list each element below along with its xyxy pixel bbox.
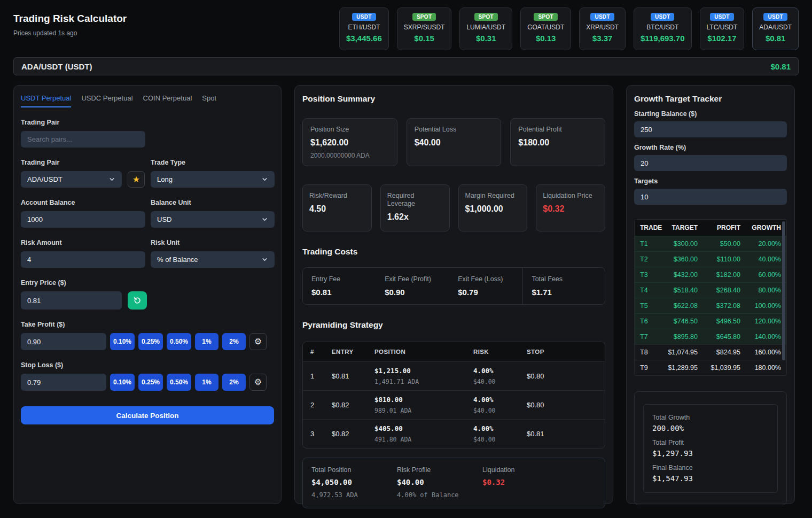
table-scrollbar-thumb[interactable] xyxy=(782,221,785,360)
trading-pair-select[interactable]: ADA/USDT xyxy=(21,171,122,188)
page-title: Trading Risk Calculator xyxy=(13,13,127,25)
chevron-down-icon xyxy=(108,176,115,183)
tab-coin-perpetual[interactable]: COIN Perpetual xyxy=(143,94,192,107)
trading-pair-label: Trading Pair xyxy=(21,159,145,167)
active-symbol-label: ADA/USDT (USDT) xyxy=(21,62,92,71)
exit-fee-loss: Exit Fee (Loss) $0.79 xyxy=(449,268,522,304)
sl-pct-025-button[interactable]: 0.25% xyxy=(138,374,163,391)
starting-balance-input[interactable] xyxy=(634,121,787,137)
final-balance-value: $1,547.93 xyxy=(652,474,769,483)
targets-label: Targets xyxy=(634,177,787,185)
take-profit-row: 0.10% 0.25% 0.50% 1% 2% ⚙ xyxy=(21,333,274,350)
ticker-card-btc[interactable]: USDT BTC/USDT $119,693.70 xyxy=(634,7,692,50)
prices-updated-status: Prices updated 1s ago xyxy=(13,29,127,37)
total-profit-value: $1,297.93 xyxy=(652,449,769,458)
ticker-card-goat[interactable]: SPOT GOAT/USDT $0.13 xyxy=(520,7,571,50)
required-leverage-card: Required Leverage 1.62x xyxy=(380,184,450,231)
market-badge: USDT xyxy=(710,13,733,21)
growth-summary-card: Total Growth 200.00% Total Profit $1,297… xyxy=(634,391,787,505)
tab-spot[interactable]: Spot xyxy=(202,94,216,107)
refresh-icon xyxy=(133,296,142,305)
ticker-price: $102.17 xyxy=(707,34,736,43)
sl-pct-1-button[interactable]: 1% xyxy=(195,374,218,391)
refresh-price-button[interactable] xyxy=(128,291,147,310)
sl-pct-2-button[interactable]: 2% xyxy=(222,374,246,391)
tp-pct-050-button[interactable]: 0.50% xyxy=(167,333,191,350)
tp-pct-010-button[interactable]: 0.10% xyxy=(110,333,135,350)
table-row: T7$895.80$645.80140.00% xyxy=(635,329,786,344)
balance-unit-select[interactable]: USD xyxy=(151,211,275,228)
risk-unit-label: Risk Unit xyxy=(151,239,275,247)
market-badge: USDT xyxy=(763,13,787,21)
top-bar: Trading Risk Calculator Prices updated 1… xyxy=(13,7,799,50)
table-row: T2$360.00$110.0040.00% xyxy=(635,251,786,267)
ticker-pair: XRP/USDT xyxy=(586,24,619,31)
chevron-down-icon xyxy=(261,256,268,263)
tp-pct-025-button[interactable]: 0.25% xyxy=(138,333,163,350)
risk-unit-select[interactable]: % of Balance xyxy=(151,251,275,268)
search-pairs-input[interactable] xyxy=(21,131,145,148)
total-position: Total Position $4,050.00 4,972.53 ADA xyxy=(311,466,397,499)
ticker-price: $0.81 xyxy=(766,34,786,43)
ticker-card-ada[interactable]: USDT ADA/USDT $0.81 xyxy=(752,7,799,50)
pyramiding-strategy-title: Pyramiding Strategy xyxy=(302,320,605,330)
sl-pct-010-button[interactable]: 0.10% xyxy=(110,374,135,391)
search-pair-label: Trading Pair xyxy=(21,119,274,127)
targets-input[interactable] xyxy=(634,189,787,205)
tab-usdt-perpetual[interactable]: USDT Perpetual xyxy=(21,94,71,107)
risk-amount-label: Risk Amount xyxy=(21,239,145,247)
trade-type-label: Trade Type xyxy=(151,159,275,167)
risk-reward-card: Risk/Reward 4.50 xyxy=(302,184,372,231)
entry-price-input[interactable] xyxy=(21,291,122,310)
ticker-card-xrp[interactable]: USDT XRP/USDT $3.37 xyxy=(579,7,626,50)
risk-amount-input[interactable] xyxy=(21,251,145,268)
balance-unit-value: USD xyxy=(157,215,171,223)
sl-pct-050-button[interactable]: 0.50% xyxy=(167,374,191,391)
sl-settings-button[interactable]: ⚙ xyxy=(249,374,267,391)
tp-pct-1-button[interactable]: 1% xyxy=(195,333,218,350)
trading-costs-box: Entry Fee $0.81 Exit Fee (Profit) $0.90 … xyxy=(302,267,605,305)
tab-usdc-perpetual[interactable]: USDC Perpetual xyxy=(81,94,132,107)
ticker-price: $0.31 xyxy=(476,34,496,43)
entry-price-label: Entry Price ($) xyxy=(21,279,274,287)
ticker-pair: LUMIA/USDT xyxy=(466,24,505,31)
market-badge: USDT xyxy=(352,13,376,21)
total-profit-label: Total Profit xyxy=(652,439,769,446)
market-tabs: USDT Perpetual USDC Perpetual COIN Perpe… xyxy=(21,94,274,107)
ticker-price: $3,445.66 xyxy=(346,34,382,43)
ticker-strip: USDT ETH/USDT $3,445.66 SPOT SXRP/SUSDT … xyxy=(339,7,799,50)
table-row: T8$1,074.95$824.95160.00% xyxy=(635,344,786,360)
liquidation-price-card: Liquidation Price $0.32 xyxy=(536,184,605,231)
growth-table-header: TRADE TARGET PROFIT GROWTH xyxy=(635,220,786,236)
calculate-position-button[interactable]: Calculate Position xyxy=(21,406,274,424)
take-profit-input[interactable] xyxy=(21,333,106,350)
ticker-card-lumia[interactable]: SPOT LUMIA/USDT $0.31 xyxy=(459,7,512,50)
growth-summary-inner: Total Growth 200.00% Total Profit $1,297… xyxy=(643,404,778,493)
trade-type-value: Long xyxy=(157,175,173,183)
account-balance-label: Account Balance xyxy=(21,199,145,207)
potential-loss-card: Potential Loss $40.00 xyxy=(407,118,502,166)
market-badge: USDT xyxy=(590,13,614,21)
position-summary-panel: Position Summary Position Size $1,620.00… xyxy=(294,85,613,504)
active-symbol-price: $0.81 xyxy=(770,62,791,71)
favorite-pair-button[interactable]: ★ xyxy=(128,171,145,188)
ticker-card-ltc[interactable]: USDT LTC/USDT $102.17 xyxy=(700,7,745,50)
tp-pct-2-button[interactable]: 2% xyxy=(222,333,246,350)
trade-type-select[interactable]: Long xyxy=(151,171,275,188)
pyramiding-table: # ENTRY POSITION RISK STOP 1 $0.81 $1,21… xyxy=(302,342,605,449)
ticker-card-eth[interactable]: USDT ETH/USDT $3,445.66 xyxy=(339,7,389,50)
ticker-card-sxrp[interactable]: SPOT SXRP/SUSDT $0.15 xyxy=(397,7,452,50)
growth-tracker-panel: Growth Target Tracker Starting Balance (… xyxy=(626,85,795,504)
total-growth-value: 200.00% xyxy=(652,424,769,432)
trading-risk-calculator-app: Trading Risk Calculator Prices updated 1… xyxy=(0,0,812,517)
ticker-price: $0.15 xyxy=(414,34,434,43)
position-size-card: Position Size $1,620.00 2000.00000000 AD… xyxy=(302,118,397,166)
stop-loss-input[interactable] xyxy=(21,374,106,391)
growth-rate-input[interactable] xyxy=(634,155,787,171)
ticker-pair: ETH/USDT xyxy=(348,24,380,31)
tp-settings-button[interactable]: ⚙ xyxy=(249,333,267,350)
chevron-down-icon xyxy=(261,216,268,223)
calculator-panel: USDT Perpetual USDC Perpetual COIN Perpe… xyxy=(13,85,282,504)
margin-required-card: Margin Required $1,000.00 xyxy=(458,184,528,231)
account-balance-input[interactable] xyxy=(21,211,145,228)
